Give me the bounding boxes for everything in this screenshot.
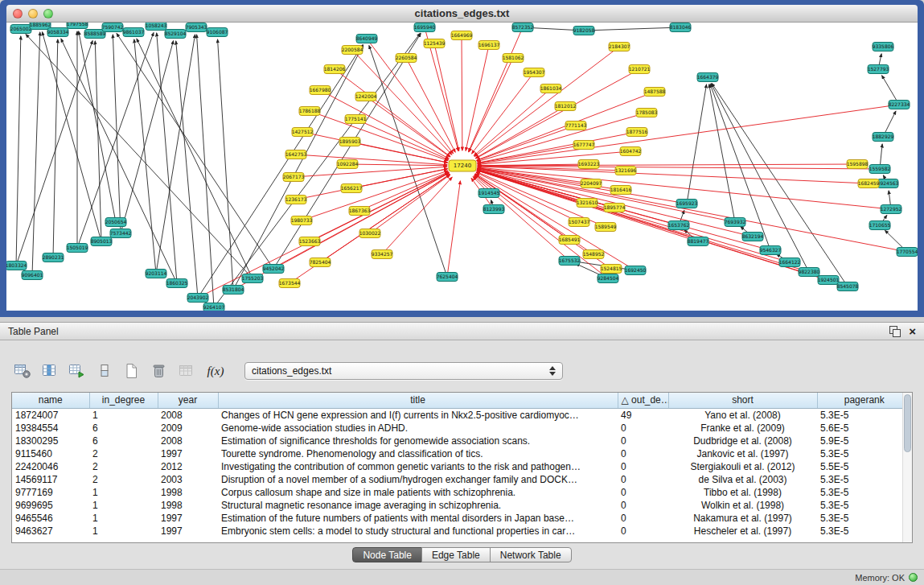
graph-node[interactable]: 2184307 <box>609 43 630 51</box>
graph-node[interactable]: 1559582 <box>869 165 891 174</box>
graph-node[interactable]: 8545078 <box>837 282 859 291</box>
graph-node[interactable]: 2260584 <box>396 54 417 63</box>
graph-node[interactable]: 8632194 <box>742 233 764 241</box>
graph-node[interactable]: 1786188 <box>299 107 321 116</box>
graph-node[interactable]: 8529104 <box>165 30 187 39</box>
graph-node[interactable]: 1507437 <box>569 218 590 227</box>
delete-columns-button[interactable] <box>148 360 170 381</box>
graph-node[interactable]: 1877516 <box>626 128 648 137</box>
graph-node[interactable]: 1803324 <box>6 262 27 270</box>
graph-node[interactable]: 1980733 <box>291 216 313 225</box>
column-header-name[interactable]: name <box>12 393 89 408</box>
graph-node[interactable]: 1210721 <box>629 65 651 74</box>
graph-node[interactable]: 1527793 <box>868 65 889 74</box>
graph-node[interactable]: 1695923 <box>676 200 698 208</box>
graph-node[interactable]: 1695940 <box>414 23 436 32</box>
graph-node[interactable]: 1030022 <box>359 229 381 238</box>
graph-node[interactable]: 1924501 <box>818 276 840 285</box>
graph-node[interactable]: 8227334 <box>889 101 910 109</box>
table-scrollbar[interactable] <box>902 393 912 542</box>
graph-node[interactable]: 9334257 <box>372 250 393 259</box>
graph-node[interactable]: 1895774 <box>604 204 626 212</box>
graph-node[interactable]: 9182058 <box>573 27 595 35</box>
graph-node[interactable]: 1642753 <box>285 150 307 159</box>
graph-node[interactable]: 1242004 <box>355 93 377 101</box>
graph-node[interactable]: 7573442 <box>110 229 132 238</box>
node-table[interactable]: name in_degree year title △ out_de… shor… <box>11 392 913 543</box>
table-row[interactable]: 2242004622012Investigating the contribut… <box>12 460 912 473</box>
graph-node[interactable]: 1548952 <box>583 250 605 259</box>
graph-node[interactable]: 1867363 <box>349 207 371 216</box>
graph-node[interactable]: 1125439 <box>424 39 446 48</box>
tab-edge-table[interactable]: Edge Table <box>421 547 491 562</box>
graph-node[interactable]: 1664969 <box>451 31 473 40</box>
graph-node[interactable]: 8924563 <box>877 179 899 188</box>
graph-node[interactable]: 8640949 <box>356 35 378 43</box>
window-titlebar[interactable]: citations_edges.txt <box>6 5 918 23</box>
graph-node[interactable]: 9096401 <box>22 271 43 280</box>
graph-node[interactable]: 2204097 <box>581 179 602 188</box>
graph-node[interactable]: 1272952 <box>881 205 902 214</box>
table-row[interactable]: 911546021997Tourette syndrome. Phenomeno… <box>12 447 912 460</box>
graph-node[interactable]: 2067173 <box>283 173 305 182</box>
tab-node-table[interactable]: Node Table <box>352 547 422 562</box>
graph-node[interactable]: 1677747 <box>573 141 595 150</box>
graph-node[interactable]: 9546327 <box>760 246 782 255</box>
table-row[interactable]: 1872400712008Changes of HCN gene express… <box>12 408 912 422</box>
graph-node[interactable]: 1895903 <box>339 138 361 146</box>
graph-node[interactable]: 2065002 <box>10 25 32 34</box>
show-columns-button[interactable] <box>39 360 61 381</box>
graph-node[interactable]: 8905013 <box>91 237 113 246</box>
graph-node[interactable]: 1814206 <box>324 65 346 74</box>
graph-node[interactable]: 8123993 <box>483 205 505 214</box>
graph-node[interactable]: 8572352 <box>512 23 534 32</box>
float-panel-icon[interactable] <box>889 326 901 337</box>
graph-node[interactable]: 1812012 <box>555 102 577 111</box>
graph-node[interactable]: 7905343 <box>186 23 207 32</box>
graph-node[interactable]: 1505019 <box>67 244 88 253</box>
graph-node[interactable]: 1954307 <box>524 68 545 77</box>
function-builder-button[interactable]: f(x) <box>203 360 228 381</box>
graph-node[interactable]: 1755203 <box>242 274 264 283</box>
graph-node[interactable]: 2043902 <box>187 294 209 303</box>
graph-node[interactable]: 1914545 <box>478 189 500 198</box>
graph-node[interactable]: 1092284 <box>337 160 359 169</box>
graph-node[interactable]: 1685491 <box>559 236 581 245</box>
graph-node[interactable]: 2890231 <box>43 253 64 262</box>
graph-node[interactable]: 1816416 <box>610 186 632 195</box>
graph-node[interactable]: 1785083 <box>636 109 658 117</box>
close-window-button[interactable] <box>13 9 23 19</box>
graph-node[interactable]: 7771143 <box>565 122 587 130</box>
graph-node[interactable]: 1664379 <box>697 73 719 82</box>
column-header-year[interactable]: year <box>158 393 218 408</box>
table-row[interactable]: 977716911998Corpus callosum shape and si… <box>12 486 912 499</box>
minimize-window-button[interactable] <box>28 9 38 19</box>
graph-node[interactable]: 1882929 <box>873 133 894 142</box>
table-row[interactable]: 1830029562008Estimation of significance … <box>12 435 912 447</box>
graph-node[interactable]: 8819477 <box>688 237 709 246</box>
table-row[interactable]: 1456911722003Disruption of a novel membe… <box>12 473 912 486</box>
graph-node[interactable]: 1696137 <box>478 41 500 50</box>
table-options-button[interactable] <box>11 360 34 381</box>
graph-node[interactable]: 1656217 <box>341 184 363 193</box>
table-row[interactable]: 1938455462009Genome-wide association stu… <box>12 422 912 435</box>
graph-node[interactable]: 1427512 <box>292 128 314 137</box>
graph-node[interactable]: 1653762 <box>668 221 690 230</box>
merge-tables-button[interactable] <box>175 360 198 381</box>
graph-node[interactable]: 1682459 <box>858 179 880 188</box>
create-column-button[interactable] <box>121 360 143 381</box>
graph-node[interactable]: 2050654 <box>105 218 127 227</box>
graph-node[interactable]: 8531804 <box>223 286 244 295</box>
close-panel-icon[interactable]: × <box>909 326 916 337</box>
graph-node[interactable]: 1664122 <box>779 258 801 267</box>
graph-node[interactable]: 1673544 <box>279 279 301 288</box>
graph-node[interactable]: 7625404 <box>437 273 458 282</box>
graph-node[interactable]: 1058243 <box>146 23 167 31</box>
table-row[interactable]: 946554611997Estimation of the future num… <box>12 512 912 525</box>
graph-node[interactable]: 9284504 <box>598 274 619 283</box>
graph-node[interactable]: 9335806 <box>873 43 894 51</box>
row-options-button[interactable] <box>93 360 116 381</box>
network-canvas-area[interactable]: 2065002188596290583341797558858858975907… <box>6 23 918 311</box>
graph-node[interactable]: 17240 <box>449 160 476 171</box>
graph-node[interactable]: 1321610 <box>577 199 598 208</box>
